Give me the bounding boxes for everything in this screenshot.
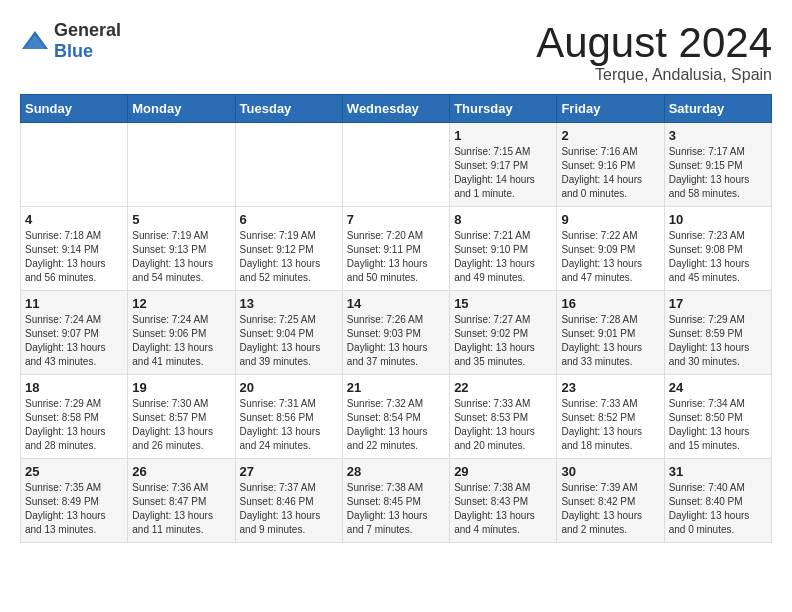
calendar-cell: 19Sunrise: 7:30 AM Sunset: 8:57 PM Dayli… (128, 375, 235, 459)
calendar-table: SundayMondayTuesdayWednesdayThursdayFrid… (20, 94, 772, 543)
calendar-cell: 20Sunrise: 7:31 AM Sunset: 8:56 PM Dayli… (235, 375, 342, 459)
day-number: 9 (561, 212, 659, 227)
day-number: 15 (454, 296, 552, 311)
day-number: 14 (347, 296, 445, 311)
day-info: Sunrise: 7:33 AM Sunset: 8:52 PM Dayligh… (561, 397, 659, 453)
logo: General Blue (20, 20, 121, 62)
day-info: Sunrise: 7:16 AM Sunset: 9:16 PM Dayligh… (561, 145, 659, 201)
day-info: Sunrise: 7:19 AM Sunset: 9:13 PM Dayligh… (132, 229, 230, 285)
title-section: August 2024 Terque, Andalusia, Spain (536, 20, 772, 84)
day-info: Sunrise: 7:24 AM Sunset: 9:06 PM Dayligh… (132, 313, 230, 369)
day-header-saturday: Saturday (664, 95, 771, 123)
day-number: 6 (240, 212, 338, 227)
day-info: Sunrise: 7:36 AM Sunset: 8:47 PM Dayligh… (132, 481, 230, 537)
calendar-cell: 5Sunrise: 7:19 AM Sunset: 9:13 PM Daylig… (128, 207, 235, 291)
day-info: Sunrise: 7:33 AM Sunset: 8:53 PM Dayligh… (454, 397, 552, 453)
day-number: 30 (561, 464, 659, 479)
day-number: 11 (25, 296, 123, 311)
calendar-cell: 7Sunrise: 7:20 AM Sunset: 9:11 PM Daylig… (342, 207, 449, 291)
calendar-cell: 27Sunrise: 7:37 AM Sunset: 8:46 PM Dayli… (235, 459, 342, 543)
day-info: Sunrise: 7:24 AM Sunset: 9:07 PM Dayligh… (25, 313, 123, 369)
calendar-cell: 12Sunrise: 7:24 AM Sunset: 9:06 PM Dayli… (128, 291, 235, 375)
calendar-cell: 13Sunrise: 7:25 AM Sunset: 9:04 PM Dayli… (235, 291, 342, 375)
day-info: Sunrise: 7:29 AM Sunset: 8:58 PM Dayligh… (25, 397, 123, 453)
day-header-sunday: Sunday (21, 95, 128, 123)
calendar-week-row: 25Sunrise: 7:35 AM Sunset: 8:49 PM Dayli… (21, 459, 772, 543)
calendar-cell: 28Sunrise: 7:38 AM Sunset: 8:45 PM Dayli… (342, 459, 449, 543)
day-info: Sunrise: 7:20 AM Sunset: 9:11 PM Dayligh… (347, 229, 445, 285)
calendar-week-row: 18Sunrise: 7:29 AM Sunset: 8:58 PM Dayli… (21, 375, 772, 459)
day-header-tuesday: Tuesday (235, 95, 342, 123)
day-info: Sunrise: 7:39 AM Sunset: 8:42 PM Dayligh… (561, 481, 659, 537)
day-info: Sunrise: 7:30 AM Sunset: 8:57 PM Dayligh… (132, 397, 230, 453)
calendar-cell: 21Sunrise: 7:32 AM Sunset: 8:54 PM Dayli… (342, 375, 449, 459)
calendar-cell: 29Sunrise: 7:38 AM Sunset: 8:43 PM Dayli… (450, 459, 557, 543)
day-info: Sunrise: 7:37 AM Sunset: 8:46 PM Dayligh… (240, 481, 338, 537)
calendar-week-row: 1Sunrise: 7:15 AM Sunset: 9:17 PM Daylig… (21, 123, 772, 207)
day-info: Sunrise: 7:18 AM Sunset: 9:14 PM Dayligh… (25, 229, 123, 285)
calendar-cell (128, 123, 235, 207)
day-number: 7 (347, 212, 445, 227)
calendar-cell: 15Sunrise: 7:27 AM Sunset: 9:02 PM Dayli… (450, 291, 557, 375)
day-number: 17 (669, 296, 767, 311)
calendar-cell: 9Sunrise: 7:22 AM Sunset: 9:09 PM Daylig… (557, 207, 664, 291)
day-info: Sunrise: 7:40 AM Sunset: 8:40 PM Dayligh… (669, 481, 767, 537)
day-number: 10 (669, 212, 767, 227)
calendar-cell (342, 123, 449, 207)
day-number: 20 (240, 380, 338, 395)
day-header-monday: Monday (128, 95, 235, 123)
day-number: 25 (25, 464, 123, 479)
day-info: Sunrise: 7:17 AM Sunset: 9:15 PM Dayligh… (669, 145, 767, 201)
calendar-cell: 18Sunrise: 7:29 AM Sunset: 8:58 PM Dayli… (21, 375, 128, 459)
calendar-cell: 8Sunrise: 7:21 AM Sunset: 9:10 PM Daylig… (450, 207, 557, 291)
calendar-header-row: SundayMondayTuesdayWednesdayThursdayFrid… (21, 95, 772, 123)
calendar-cell: 23Sunrise: 7:33 AM Sunset: 8:52 PM Dayli… (557, 375, 664, 459)
day-number: 21 (347, 380, 445, 395)
day-info: Sunrise: 7:15 AM Sunset: 9:17 PM Dayligh… (454, 145, 552, 201)
day-info: Sunrise: 7:21 AM Sunset: 9:10 PM Dayligh… (454, 229, 552, 285)
day-number: 19 (132, 380, 230, 395)
calendar-cell: 6Sunrise: 7:19 AM Sunset: 9:12 PM Daylig… (235, 207, 342, 291)
day-number: 5 (132, 212, 230, 227)
day-info: Sunrise: 7:29 AM Sunset: 8:59 PM Dayligh… (669, 313, 767, 369)
day-info: Sunrise: 7:35 AM Sunset: 8:49 PM Dayligh… (25, 481, 123, 537)
logo-text: General Blue (54, 20, 121, 62)
calendar-cell: 31Sunrise: 7:40 AM Sunset: 8:40 PM Dayli… (664, 459, 771, 543)
logo-general: General (54, 20, 121, 40)
day-number: 27 (240, 464, 338, 479)
calendar-cell: 3Sunrise: 7:17 AM Sunset: 9:15 PM Daylig… (664, 123, 771, 207)
calendar-cell (235, 123, 342, 207)
day-info: Sunrise: 7:26 AM Sunset: 9:03 PM Dayligh… (347, 313, 445, 369)
day-number: 31 (669, 464, 767, 479)
day-number: 8 (454, 212, 552, 227)
day-number: 22 (454, 380, 552, 395)
calendar-cell (21, 123, 128, 207)
calendar-cell: 10Sunrise: 7:23 AM Sunset: 9:08 PM Dayli… (664, 207, 771, 291)
day-info: Sunrise: 7:32 AM Sunset: 8:54 PM Dayligh… (347, 397, 445, 453)
day-number: 16 (561, 296, 659, 311)
day-number: 12 (132, 296, 230, 311)
day-info: Sunrise: 7:23 AM Sunset: 9:08 PM Dayligh… (669, 229, 767, 285)
day-number: 29 (454, 464, 552, 479)
day-number: 2 (561, 128, 659, 143)
logo-icon (20, 29, 50, 53)
day-number: 1 (454, 128, 552, 143)
calendar-cell: 4Sunrise: 7:18 AM Sunset: 9:14 PM Daylig… (21, 207, 128, 291)
day-info: Sunrise: 7:28 AM Sunset: 9:01 PM Dayligh… (561, 313, 659, 369)
calendar-cell: 24Sunrise: 7:34 AM Sunset: 8:50 PM Dayli… (664, 375, 771, 459)
day-info: Sunrise: 7:34 AM Sunset: 8:50 PM Dayligh… (669, 397, 767, 453)
calendar-cell: 14Sunrise: 7:26 AM Sunset: 9:03 PM Dayli… (342, 291, 449, 375)
calendar-cell: 30Sunrise: 7:39 AM Sunset: 8:42 PM Dayli… (557, 459, 664, 543)
calendar-cell: 26Sunrise: 7:36 AM Sunset: 8:47 PM Dayli… (128, 459, 235, 543)
calendar-cell: 2Sunrise: 7:16 AM Sunset: 9:16 PM Daylig… (557, 123, 664, 207)
day-number: 4 (25, 212, 123, 227)
header: General Blue August 2024 Terque, Andalus… (20, 20, 772, 84)
day-header-wednesday: Wednesday (342, 95, 449, 123)
location-subtitle: Terque, Andalusia, Spain (536, 66, 772, 84)
day-info: Sunrise: 7:38 AM Sunset: 8:43 PM Dayligh… (454, 481, 552, 537)
calendar-cell: 25Sunrise: 7:35 AM Sunset: 8:49 PM Dayli… (21, 459, 128, 543)
day-header-thursday: Thursday (450, 95, 557, 123)
day-info: Sunrise: 7:38 AM Sunset: 8:45 PM Dayligh… (347, 481, 445, 537)
day-number: 26 (132, 464, 230, 479)
calendar-cell: 1Sunrise: 7:15 AM Sunset: 9:17 PM Daylig… (450, 123, 557, 207)
